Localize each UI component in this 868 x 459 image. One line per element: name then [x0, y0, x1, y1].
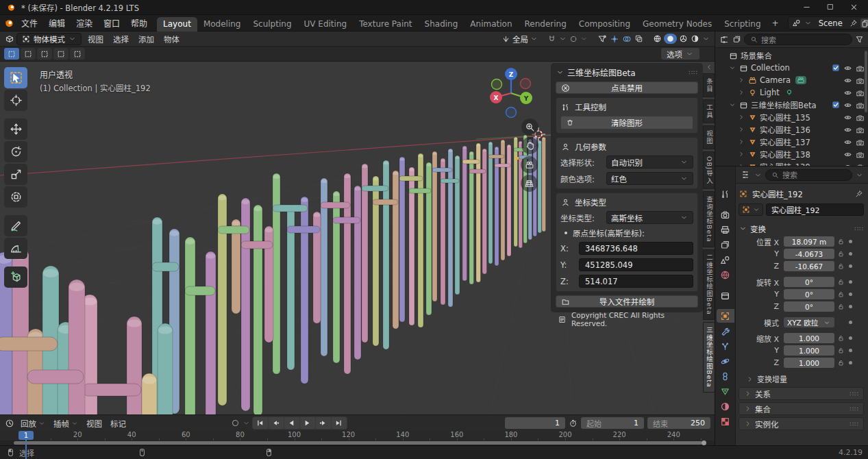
select-mode-extend[interactable]: [21, 48, 36, 60]
tool-annotate[interactable]: [4, 215, 27, 236]
playhead[interactable]: 1: [18, 431, 34, 440]
expand-icon[interactable]: [737, 138, 745, 146]
tool-transform[interactable]: [4, 186, 27, 208]
chevron-down-icon[interactable]: [702, 34, 710, 43]
animate-dot[interactable]: [849, 240, 852, 243]
jump-start-button[interactable]: [253, 417, 268, 429]
camera-restrict-icon[interactable]: [855, 125, 865, 135]
new-scene-icon[interactable]: [860, 18, 868, 28]
panel-grip[interactable]: ∷∷: [855, 225, 864, 232]
animate-dot[interactable]: [849, 321, 852, 324]
camera-view-button[interactable]: [521, 156, 538, 173]
outliner-row-light[interactable]: Light: [715, 86, 868, 99]
workspace-tab-compositing[interactable]: Compositing: [573, 17, 636, 32]
shading-solid-icon[interactable]: [664, 34, 677, 44]
outliner-search-input[interactable]: 搜索: [744, 34, 852, 45]
checkbox-icon[interactable]: [831, 63, 841, 73]
properties-tab-scene[interactable]: [717, 253, 734, 266]
workspace-tab-geometry-nodes[interactable]: Geometry Nodes: [636, 17, 718, 32]
outliner-row-collection[interactable]: Collection: [715, 62, 868, 74]
transform-value-field[interactable]: 1.000: [784, 333, 834, 343]
timeline-ruler[interactable]: 1 20406080100120140160180200220240: [0, 431, 715, 441]
expand-icon[interactable]: [737, 113, 745, 121]
light-data-badge-icon[interactable]: [784, 88, 794, 97]
shading-rendered-icon[interactable]: [690, 34, 700, 44]
properties-tab-object[interactable]: [717, 309, 734, 323]
eye-icon[interactable]: [843, 162, 853, 166]
overlays-toggle-icon[interactable]: [621, 34, 632, 45]
tool-move[interactable]: [4, 119, 27, 140]
workspace-tab-rendering[interactable]: Rendering: [519, 17, 573, 32]
sidebar-tab-条目[interactable]: 条目: [703, 73, 715, 97]
mode-selector[interactable]: 物体模式: [16, 33, 82, 45]
disable-plugin-button[interactable]: 点击禁用: [556, 82, 698, 94]
tool-add-cube[interactable]: [4, 266, 27, 288]
animate-dot[interactable]: [849, 336, 852, 340]
lock-icon[interactable]: [834, 238, 847, 245]
add-workspace-button[interactable]: +: [767, 17, 784, 29]
outliner-row-实心圆柱-137[interactable]: 实心圆柱_137: [715, 136, 868, 148]
coord-type-dropdown[interactable]: 高斯坐标: [606, 211, 693, 224]
lock-icon[interactable]: [834, 347, 847, 354]
timeline-menu-视图[interactable]: 视图: [82, 417, 106, 430]
properties-tab-texture[interactable]: [717, 414, 734, 428]
animate-dot[interactable]: [849, 280, 852, 284]
expand-icon[interactable]: [737, 150, 745, 158]
sidebar-tab-视图[interactable]: 视图: [703, 125, 715, 149]
eye-icon[interactable]: [843, 88, 853, 98]
sidebar-tab-查询坐标beta[interactable]: 查询坐标Beta: [703, 191, 715, 247]
tool-cursor[interactable]: [4, 90, 27, 111]
menu-帮助[interactable]: 帮助: [125, 16, 153, 29]
next-keyframe-button[interactable]: [316, 417, 331, 429]
outliner-row-实心圆柱-136[interactable]: 实心圆柱_136: [715, 123, 868, 136]
sidebar-tab-工具[interactable]: 工具: [703, 99, 715, 123]
shape-dropdown[interactable]: 自动识别: [606, 156, 693, 169]
clear-graphics-button[interactable]: 清除图形: [560, 116, 693, 129]
camera-restrict-icon[interactable]: [855, 149, 865, 160]
select-mode-intersect[interactable]: [70, 48, 85, 60]
tool-scale[interactable]: [4, 164, 27, 185]
auto-keying-icon[interactable]: [230, 418, 240, 428]
maximize-button[interactable]: [826, 3, 834, 12]
panel-关系[interactable]: 关系∷∷: [739, 387, 864, 400]
properties-tab-collection[interactable]: [717, 288, 734, 302]
animate-dot[interactable]: [849, 293, 852, 296]
transform-value-field[interactable]: 0°: [784, 289, 834, 299]
outliner-row-场景集合[interactable]: 场景集合: [715, 49, 868, 62]
menu-渲染[interactable]: 渲染: [71, 16, 98, 29]
properties-tab-particles[interactable]: [717, 339, 734, 353]
perspective-toggle-button[interactable]: [521, 175, 538, 192]
minimize-button[interactable]: [802, 3, 811, 12]
viewport-menu-添加[interactable]: 添加: [134, 33, 159, 45]
checkbox-icon[interactable]: [831, 100, 841, 110]
properties-tab-tool[interactable]: [717, 187, 734, 201]
zoom-button[interactable]: [521, 119, 538, 136]
properties-tab-physics[interactable]: [717, 354, 734, 368]
properties-search-input[interactable]: 搜索: [765, 169, 852, 181]
camera-restrict-icon[interactable]: [855, 112, 865, 123]
outliner-scrollbar[interactable]: [865, 51, 867, 112]
outliner-filter-mode-icon[interactable]: [732, 34, 742, 45]
shading-wireframe-icon[interactable]: [652, 34, 662, 44]
transform-value-field[interactable]: XYZ 欧拉: [784, 317, 834, 327]
sidebar-tab-三维坐标绘图beta[interactable]: 三维坐标绘图Beta: [703, 322, 715, 393]
chevron-down-icon[interactable]: [242, 419, 251, 427]
workspace-tab-shading[interactable]: Shading: [419, 17, 464, 32]
camera-restrict-icon[interactable]: [855, 100, 865, 110]
outliner-row-实心圆柱-135[interactable]: 实心圆柱_135: [715, 111, 868, 123]
collapse-sidebar-icon[interactable]: [705, 63, 713, 71]
transform-value-field[interactable]: 1.000: [784, 345, 834, 356]
transform-value-field[interactable]: -10.667: [784, 261, 834, 271]
pin-icon[interactable]: [854, 189, 864, 199]
snap-magnet-icon[interactable]: [547, 34, 557, 44]
3d-viewport[interactable]: 用户透视 (1) Collection | 实心圆柱_192 ZXY 三维坐标绘…: [0, 62, 715, 414]
color-dropdown[interactable]: 红色: [606, 172, 693, 185]
frame-start-field[interactable]: 起始 1: [581, 417, 644, 429]
expand-icon[interactable]: [737, 76, 745, 84]
menu-文件[interactable]: 文件: [16, 16, 43, 29]
editor-type-timeline-icon[interactable]: [4, 418, 15, 429]
eye-icon[interactable]: [843, 125, 853, 135]
expand-icon[interactable]: [737, 162, 745, 166]
orientation-label[interactable]: 全局: [512, 34, 528, 45]
object-name-field[interactable]: 实心圆柱_192: [766, 203, 864, 216]
